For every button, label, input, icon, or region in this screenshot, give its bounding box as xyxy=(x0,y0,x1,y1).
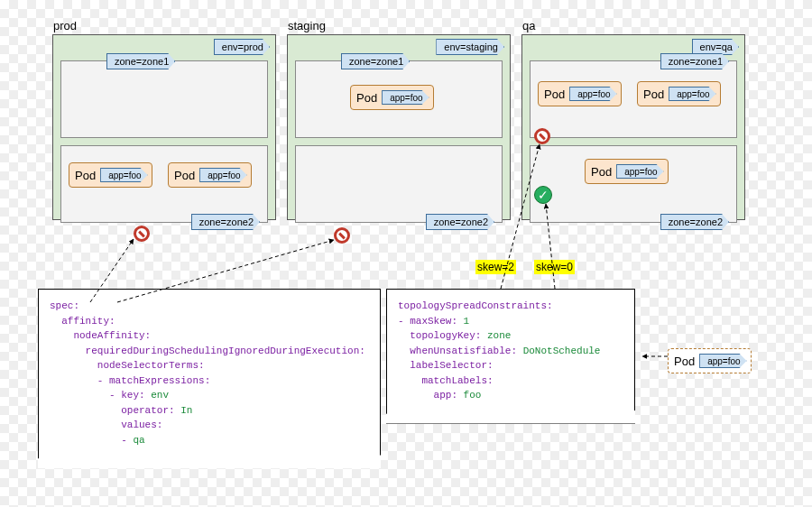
pod: Pod app=foo xyxy=(637,81,721,106)
pod-app-tag: app=foo xyxy=(669,87,715,101)
zone-label-prod-1: zone=zone1 xyxy=(106,53,175,69)
cluster-title-staging: staging xyxy=(288,19,326,32)
zone-label-qa-2: zone=zone2 xyxy=(660,214,729,230)
accept-icon xyxy=(534,186,552,204)
pod: Pod app=foo xyxy=(350,85,434,110)
pod: Pod app=foo xyxy=(168,162,252,188)
skew-label: skew=0 xyxy=(534,260,575,274)
pod-app-tag: app=foo xyxy=(569,87,616,101)
pod-app-tag: app=foo xyxy=(199,168,246,182)
pod: Pod app=foo xyxy=(538,81,622,106)
cluster-title-prod: prod xyxy=(53,19,77,32)
zone-label-staging-1: zone=zone1 xyxy=(341,53,410,69)
zone-prod-2: zone=zone2 Pod app=foo Pod app=foo xyxy=(60,145,268,223)
pod-label: Pod xyxy=(75,169,96,182)
cluster-prod: prod env=prod zone=zone1 zone=zone2 Pod … xyxy=(52,34,276,220)
zone-prod-1: zone=zone1 xyxy=(60,60,268,138)
diagram-stage: prod env=prod zone=zone1 zone=zone2 Pod … xyxy=(0,0,812,507)
cluster-qa: qa env=qa zone=zone1 Pod app=foo Pod app… xyxy=(521,34,745,220)
deny-icon xyxy=(134,226,150,242)
pod-app-tag: app=foo xyxy=(699,354,746,368)
zone-staging-2: zone=zone2 xyxy=(295,145,503,223)
deny-icon xyxy=(534,128,550,144)
pod-app-tag: app=foo xyxy=(616,164,663,179)
yaml-spec-affinity: spec: affinity: nodeAffinity: requiredDu… xyxy=(38,289,381,468)
pod-label: Pod xyxy=(544,88,565,101)
pod: Pod app=foo xyxy=(69,162,152,188)
zone-qa-2: zone=zone2 Pod app=foo xyxy=(530,145,737,223)
env-tag-prod: env=prod xyxy=(214,39,270,55)
pod: Pod app=foo xyxy=(585,159,669,184)
pod-label: Pod xyxy=(643,88,664,101)
pod-label: Pod xyxy=(591,165,612,179)
zone-label-qa-1: zone=zone1 xyxy=(660,53,729,69)
zone-qa-1: zone=zone1 Pod app=foo Pod app=foo xyxy=(530,60,737,138)
pod-label: Pod xyxy=(674,355,695,368)
cluster-staging: staging env=staging zone=zone1 Pod app=f… xyxy=(287,34,511,220)
pod-app-tag: app=foo xyxy=(382,90,429,105)
cluster-title-qa: qa xyxy=(522,19,535,32)
pod-label: Pod xyxy=(174,169,195,182)
zone-label-staging-2: zone=zone2 xyxy=(426,214,494,230)
pod-app-tag: app=foo xyxy=(100,168,147,182)
skew-label: skew=2 xyxy=(475,260,516,274)
pod-label: Pod xyxy=(356,91,377,105)
zone-label-prod-2: zone=zone2 xyxy=(191,214,260,230)
floating-pod: Pod app=foo xyxy=(668,348,752,373)
env-tag-qa: env=qa xyxy=(692,39,739,55)
yaml-spread-constraints: topologySpreadConstraints: - maxSkew: 1 … xyxy=(386,289,635,424)
deny-icon xyxy=(334,227,350,244)
env-tag-staging: env=staging xyxy=(436,39,504,55)
zone-staging-1: zone=zone1 Pod app=foo xyxy=(295,60,503,138)
